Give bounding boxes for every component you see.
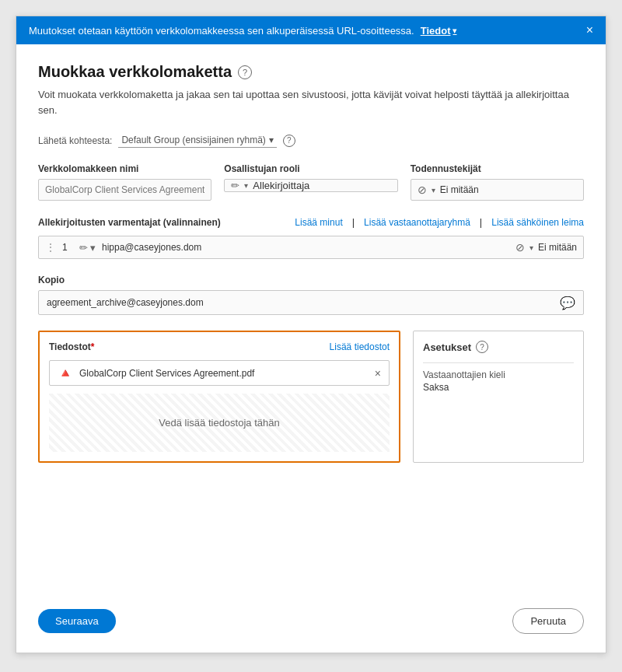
chevron-down-icon: ▾ xyxy=(432,186,435,194)
authentication-dropdown[interactable]: ⊘ ▾ Ei mitään xyxy=(411,179,584,201)
fields-row: Verkkolomakkeen nimi Osallistujan rooli … xyxy=(38,163,584,201)
banner-link-label: Tiedot xyxy=(421,25,451,37)
bottom-section: Tiedostot* Lisää tiedostot 🔺 GlobalCorp … xyxy=(38,331,584,463)
chevron-down-icon: ▾ xyxy=(244,181,248,190)
verifiers-header: Allekirjoitusten varmentajat (valinnaine… xyxy=(38,216,584,228)
file-remove-button[interactable]: × xyxy=(375,367,381,380)
tiedostot-label: Tiedostot* xyxy=(49,341,94,352)
chat-icon[interactable]: 💬 xyxy=(560,296,575,310)
send-from-help-icon[interactable]: ? xyxy=(283,135,295,147)
send-from-row: Lähetä kohteesta: Default Group (ensisij… xyxy=(38,133,584,148)
asetukset-title: Asetukset xyxy=(423,341,471,353)
verifiers-links: Lisää minut | Lisää vastaanottajaryhmä |… xyxy=(295,216,584,228)
authentication-value: Ei mitään xyxy=(440,180,577,200)
asetukset-box: Asetukset ? Vastaanottajien kieli Saksa xyxy=(413,331,584,463)
verifier-auth-dropdown[interactable]: ⊘ ▾ Ei mitään xyxy=(515,237,577,257)
asetukset-header: Asetukset ? xyxy=(423,341,574,353)
title-row: Muokkaa verkkolomaketta ? xyxy=(38,63,584,81)
page-container: Muutokset otetaan käyttöön verkkolomakke… xyxy=(16,16,606,653)
add-me-link[interactable]: Lisää minut xyxy=(295,217,342,228)
participant-role-label: Osallistujan rooli xyxy=(224,163,397,174)
title-help-icon[interactable]: ? xyxy=(238,65,252,79)
pdf-icon: 🔺 xyxy=(58,366,73,380)
form-name-input[interactable] xyxy=(38,179,211,201)
authentication-group: Todennustekijät ⊘ ▾ Ei mitään xyxy=(411,163,584,201)
verifier-number: 1 xyxy=(62,242,73,253)
kopio-label: Kopio xyxy=(38,275,584,285)
verifier-auth-value: Ei mitään xyxy=(538,237,577,257)
add-digital-stamp-link[interactable]: Lisää sähköinen leima xyxy=(491,217,584,228)
file-row: 🔺 GlobalCorp Client Services Agreement.p… xyxy=(49,360,390,386)
main-content: Muokkaa verkkolomaketta ? Voit muokata v… xyxy=(16,44,606,599)
drag-handle-icon: ⋮ xyxy=(45,241,56,254)
participant-role-group: Osallistujan rooli ✏ ▾ Allekirjoittaja xyxy=(224,163,397,201)
banner-content: Muutokset otetaan käyttöön verkkolomakke… xyxy=(29,25,456,37)
participant-role-value: Allekirjoittaja xyxy=(253,180,309,191)
drop-zone-text: Vedä lisää tiedostoja tähän xyxy=(159,417,279,429)
verifier-email: hippa@caseyjones.dom xyxy=(102,236,509,258)
tiedostot-box: Tiedostot* Lisää tiedostot 🔺 GlobalCorp … xyxy=(38,331,400,463)
kopio-email: agreement_archive@caseyjones.dom xyxy=(47,291,560,314)
form-name-label: Verkkolomakkeen nimi xyxy=(38,163,211,174)
tiedostot-header: Tiedostot* Lisää tiedostot xyxy=(49,341,390,352)
chevron-down-icon: ▾ xyxy=(90,242,96,254)
no-auth-icon: ⊘ xyxy=(515,241,525,254)
authentication-label: Todennustekijät xyxy=(411,163,584,174)
participant-role-dropdown[interactable]: ✏ ▾ Allekirjoittaja xyxy=(224,179,397,192)
info-banner: Muutokset otetaan käyttöön verkkolomakke… xyxy=(16,16,606,44)
verifiers-label: Allekirjoitusten varmentajat (valinnaine… xyxy=(38,217,221,228)
banner-close-button[interactable]: × xyxy=(586,24,593,37)
verifier-role-dropdown[interactable]: ✏ ▾ xyxy=(79,242,96,254)
send-from-value: Default Group (ensisijainen ryhmä) xyxy=(121,135,265,145)
edit-icon: ✏ xyxy=(79,242,88,254)
page-title: Muokkaa verkkolomaketta xyxy=(38,63,232,81)
chevron-down-icon: ▾ xyxy=(529,243,533,252)
chevron-down-icon: ▾ xyxy=(453,26,456,35)
send-from-dropdown[interactable]: Default Group (ensisijainen ryhmä) ▾ xyxy=(118,133,276,148)
link-separator-2: | xyxy=(480,216,482,228)
chevron-down-icon: ▾ xyxy=(269,135,274,145)
footer: Seuraava Peruuta xyxy=(16,599,606,653)
form-name-group: Verkkolomakkeen nimi xyxy=(38,163,211,201)
send-from-label: Lähetä kohteesta: xyxy=(38,135,112,146)
language-label: Vastaanottajien kieli xyxy=(423,369,574,380)
language-value: Saksa xyxy=(423,382,574,393)
verifier-auth: ⊘ ▾ Ei mitään xyxy=(515,237,577,257)
add-files-link[interactable]: Lisää tiedostot xyxy=(330,341,390,352)
verifier-row: ⋮ 1 ✏ ▾ hippa@caseyjones.dom ⊘ ▾ Ei mitä… xyxy=(38,236,584,259)
banner-text: Muutokset otetaan käyttöön verkkolomakke… xyxy=(29,25,414,37)
asetukset-help-icon[interactable]: ? xyxy=(476,341,488,353)
link-separator-1: | xyxy=(352,216,355,228)
edit-icon: ✏ xyxy=(231,180,239,191)
banner-link[interactable]: Tiedot ▾ xyxy=(421,25,457,37)
cancel-button[interactable]: Peruuta xyxy=(512,608,584,634)
file-name: GlobalCorp Client Services Agreement.pdf xyxy=(79,368,369,379)
add-recipient-group-link[interactable]: Lisää vastaanottajaryhmä xyxy=(364,217,470,228)
page-description: Voit muokata verkkolomaketta ja jakaa se… xyxy=(38,87,584,117)
no-auth-icon: ⊘ xyxy=(418,184,427,196)
next-button[interactable]: Seuraava xyxy=(38,609,116,633)
language-setting-row: Vastaanottajien kieli Saksa xyxy=(423,362,574,399)
drop-zone[interactable]: Vedä lisää tiedostoja tähän xyxy=(49,394,390,452)
kopio-section: Kopio agreement_archive@caseyjones.dom 💬 xyxy=(38,275,584,315)
kopio-input-row: agreement_archive@caseyjones.dom 💬 xyxy=(38,290,584,315)
